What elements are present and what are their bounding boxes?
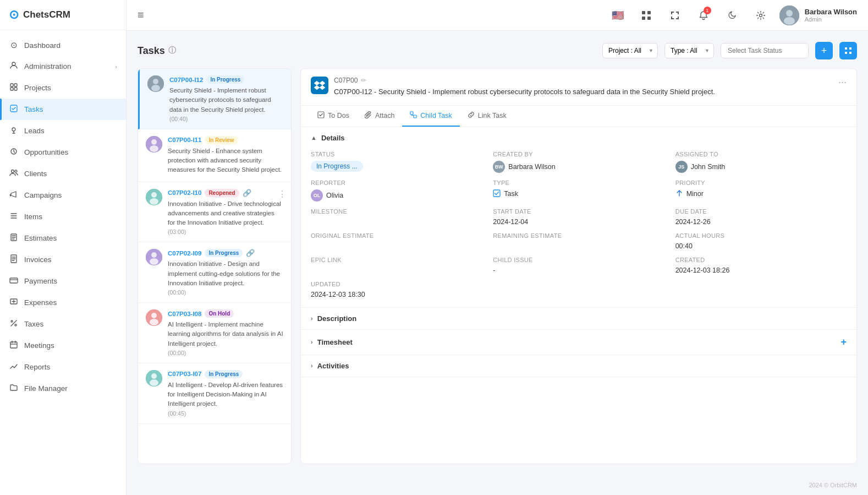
svg-rect-2 [14, 84, 17, 86]
table-row[interactable]: C07P02-I09 In Progress 🔗 Innovation Init… [138, 242, 291, 303]
table-row[interactable]: C07P03-I08 On Hold AI Intelligent - Impl… [138, 303, 291, 363]
add-task-button[interactable]: + [815, 42, 833, 59]
svg-point-37 [784, 17, 795, 25]
menu-toggle-button[interactable]: ≡ [138, 9, 144, 21]
table-row[interactable]: C07P00-I11 In Review Security Shield - E… [138, 129, 291, 182]
flag-icon[interactable]: 🇺🇸 [608, 6, 628, 25]
tasks-body: C07P00-I12 In Progress Security Shield -… [138, 68, 857, 464]
settings-icon[interactable] [751, 6, 771, 25]
payments-icon [9, 276, 19, 286]
sidebar-item-label: Administration [24, 62, 72, 70]
sidebar-nav: ⊙ Dashboard Administration › Projects [0, 30, 126, 495]
description-section-header[interactable]: › Description [301, 308, 856, 329]
notification-badge: 1 [704, 7, 711, 14]
due-date-label: Due Date [675, 208, 847, 215]
tab-link-task[interactable]: Link Task [460, 106, 514, 127]
sidebar-item-administration[interactable]: Administration › [0, 56, 126, 77]
timesheet-label: Timesheet [317, 338, 353, 346]
sidebar-item-dashboard[interactable]: ⊙ Dashboard [0, 35, 126, 56]
field-assigned-to: Assigned To JS John Smith [675, 151, 847, 173]
sidebar-item-projects[interactable]: Projects [0, 77, 126, 99]
svg-rect-33 [647, 17, 651, 20]
child-task-icon [410, 111, 417, 120]
task-content: C07P03-I07 In Progress AI Intelligent - … [168, 370, 283, 417]
user-role: Admin [805, 16, 857, 23]
sidebar-item-taxes[interactable]: Taxes [0, 313, 126, 335]
svg-point-56 [150, 319, 158, 325]
actual-hours-value: 00:40 [675, 242, 847, 250]
sidebar-item-opportunities[interactable]: Opportunities [0, 142, 126, 163]
user-details: Barbara Wilson Admin [805, 8, 857, 23]
more-options-button[interactable]: ··· [838, 77, 847, 88]
grid-view-button[interactable] [839, 42, 857, 59]
svg-rect-31 [647, 11, 651, 14]
tab-todos[interactable]: To Dos [310, 106, 357, 127]
tab-todos-label: To Dos [328, 112, 349, 119]
tab-child-task[interactable]: Child Task [402, 106, 459, 127]
sidebar-item-estimates[interactable]: Estimates [0, 227, 126, 249]
user-profile[interactable]: Barbara Wilson Admin [779, 6, 857, 25]
svg-rect-62 [414, 115, 416, 118]
more-options-icon[interactable]: ⋮ [278, 189, 287, 199]
svg-rect-3 [10, 88, 13, 90]
edit-icon[interactable]: ✏ [361, 77, 366, 84]
sidebar-item-filemanager[interactable]: File Manager [0, 378, 126, 399]
sidebar-item-payments[interactable]: Payments [0, 270, 126, 292]
svg-point-0 [12, 62, 15, 66]
dark-mode-icon[interactable] [722, 6, 742, 25]
sidebar-item-tasks[interactable]: Tasks [0, 99, 126, 120]
projects-icon [9, 83, 19, 93]
description-section: › Description [301, 308, 856, 330]
task-id: C07P00-I12 [169, 77, 203, 83]
sidebar-item-clients[interactable]: Clients [0, 163, 126, 184]
priority-value: Minor [675, 189, 847, 199]
logo[interactable]: ⊙ ChetsCRM [0, 0, 126, 30]
sidebar-item-expenses[interactable]: Expenses [0, 292, 126, 313]
assigned-to-value: JS John Smith [675, 161, 847, 173]
status-badge[interactable]: In Progress ... [311, 161, 363, 172]
svg-rect-39 [849, 47, 851, 50]
apps-icon[interactable] [636, 6, 656, 25]
logo-text: ChetsCRM [23, 9, 70, 20]
activities-section-header[interactable]: › Activities [301, 355, 856, 377]
type-label: Type [493, 179, 664, 186]
svg-point-55 [151, 313, 157, 318]
table-row[interactable]: C07P00-I12 In Progress Security Shield -… [138, 69, 291, 129]
link-task-icon [468, 111, 475, 120]
sidebar-item-invoices[interactable]: Invoices [0, 249, 126, 270]
created-by-value: BW Barbara Wilson [493, 161, 664, 173]
tab-attach[interactable]: Attach [357, 106, 402, 127]
sidebar-item-label: Invoices [24, 255, 52, 264]
type-filter-select[interactable]: Type : All [664, 43, 714, 58]
sidebar-item-meetings[interactable]: Meetings [0, 335, 126, 356]
description-label: Description [317, 314, 357, 323]
sidebar-item-leads[interactable]: Leads [0, 120, 126, 142]
tasks-header: Tasks ⓘ Project : All Type : All [138, 42, 857, 59]
table-row[interactable]: C07P03-I07 In Progress AI Intelligent - … [138, 363, 291, 424]
field-created: Created 2024-12-03 18:26 [675, 257, 847, 274]
svg-point-50 [150, 198, 158, 205]
timesheet-section-header[interactable]: › Timesheet + [301, 330, 856, 355]
project-filter-select[interactable]: Project : All [602, 43, 658, 58]
task-description: Innovation Initiative - Drive technologi… [168, 199, 283, 228]
field-milestone: Milestone [311, 208, 482, 226]
fullscreen-icon[interactable] [665, 6, 685, 25]
detail-title-block: C07P00 ✏ C07P00-I12 - Security Shield - … [334, 77, 715, 97]
table-row[interactable]: C07P02-I10 Reopened 🔗 Innovation Initiat… [138, 182, 291, 243]
sidebar-item-campaigns[interactable]: Campaigns [0, 184, 126, 206]
created-by-label: Created By [493, 151, 664, 157]
sidebar-item-label: Reports [24, 363, 50, 371]
status-filter-input[interactable] [721, 43, 809, 58]
notifications-icon[interactable]: 1 [694, 6, 713, 25]
task-id: C07P02-I10 [168, 189, 201, 196]
filter-group: Project : All Type : All + [602, 42, 857, 59]
add-timesheet-button[interactable]: + [840, 336, 847, 348]
details-section-header[interactable]: ▲ Details [301, 127, 856, 149]
svg-rect-40 [845, 52, 847, 54]
avatar [147, 75, 164, 92]
child-issue-label: Child Issue [493, 257, 664, 263]
chevron-right-icon: › [311, 315, 313, 322]
field-reporter: Reporter OL Olivia [311, 179, 482, 202]
sidebar-item-items[interactable]: Items [0, 206, 126, 227]
sidebar-item-reports[interactable]: Reports [0, 356, 126, 378]
